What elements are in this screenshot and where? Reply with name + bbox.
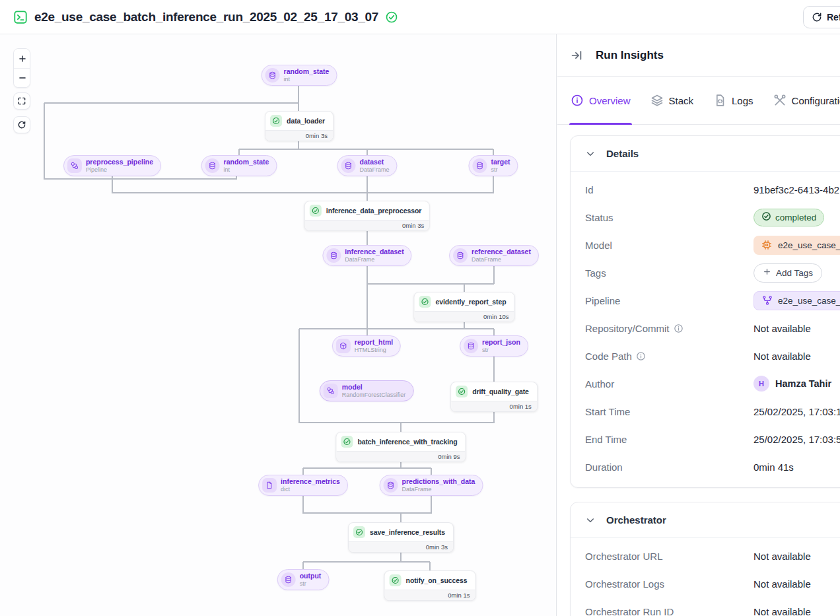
step-node-header: batch_inference_with_tracking <box>336 432 465 451</box>
pipeline-badge-label: e2e_use_case_ba <box>778 296 840 306</box>
zoom-in-button[interactable] <box>14 49 30 68</box>
artifact-node-target[interactable]: targetstr <box>468 155 518 176</box>
detail-value: Add Tags <box>753 263 822 283</box>
zoom-out-button[interactable] <box>14 68 30 87</box>
detail-value: completed <box>753 209 824 226</box>
fit-view-button[interactable] <box>13 92 30 110</box>
step-node-header: save_inference_results <box>349 523 453 541</box>
dag-edge <box>367 283 494 285</box>
section-header-orchestrator[interactable]: Orchestrator <box>571 502 840 538</box>
detail-row-id: Id91bef3c2-6413-4b2 <box>571 176 840 203</box>
step-node-batch_inference_with_tracking[interactable]: batch_inference_with_tracking0min 9s <box>335 432 466 462</box>
workflow-icon <box>324 384 338 398</box>
author-value: HHamza Tahir <box>753 376 831 392</box>
panel-tabs: OverviewStackLogsConfiguration <box>557 77 840 125</box>
section-details: DetailsId91bef3c2-6413-4b2Statuscomplete… <box>570 135 840 488</box>
artifact-node-text: report_jsonstr <box>482 338 520 353</box>
detail-row-start-time: Start Time25/02/2025, 17:03:1 <box>571 397 840 425</box>
artifact-label: report_json <box>482 338 520 347</box>
detail-label-text: Author <box>585 378 614 390</box>
step-node-inference_data_preprocessor[interactable]: inference_data_preprocessor0min 3s <box>304 201 430 231</box>
pipeline-dag-canvas[interactable]: random_stateintpreprocess_pipelinePipeli… <box>0 34 557 616</box>
artifact-type: HTMLString <box>355 347 393 354</box>
artifact-node-report_json[interactable]: report_jsonstr <box>460 335 528 357</box>
dag-edge <box>431 496 432 514</box>
dag-edge <box>112 176 113 193</box>
artifact-node-model[interactable]: modelRandomForestClassifier <box>320 380 414 401</box>
detail-label: Orchestrator Run ID <box>585 606 753 616</box>
model-badge[interactable]: e2e_use_case_w <box>753 236 840 255</box>
tab-label: Logs <box>732 95 753 106</box>
detail-label: Orchestrator Logs <box>585 578 753 590</box>
artifact-node-dataset[interactable]: datasetDataFrame <box>337 155 397 176</box>
detail-value-text: Not available <box>753 606 811 616</box>
section-orchestrator: OrchestratorOrchestrator URLNot availabl… <box>570 502 840 616</box>
artifact-label: report_html <box>355 338 393 347</box>
tab-configuration[interactable]: Configuration <box>773 77 840 125</box>
artifact-node-report_html[interactable]: report_htmlHTMLString <box>332 335 401 357</box>
avatar: H <box>753 376 769 392</box>
database-icon <box>472 158 487 173</box>
run-insights-panel: Run Insights OverviewStackLogsConfigurat… <box>557 34 840 616</box>
check-icon <box>341 436 353 448</box>
section-rows: Id91bef3c2-6413-4b2StatuscompletedModele… <box>571 172 840 487</box>
pipeline-badge[interactable]: e2e_use_case_ba <box>753 291 840 310</box>
chevron-down-icon <box>585 149 596 159</box>
detail-row-code-path: Code PathNot available <box>571 342 840 370</box>
author-name: Hamza Tahir <box>775 378 831 389</box>
detail-label-text: Start Time <box>585 406 630 417</box>
tab-label: Configuration <box>792 95 840 106</box>
collapse-panel-icon[interactable] <box>571 49 584 62</box>
detail-label: Tags <box>585 267 753 279</box>
step-node-save_inference_results[interactable]: save_inference_results0min 3s <box>348 522 454 553</box>
detail-label: Orchestrator URL <box>585 551 753 562</box>
detail-label: Author <box>585 378 753 390</box>
artifact-node-random_state[interactable]: random_stateint <box>262 65 337 86</box>
detail-value-text: Not available <box>753 351 811 362</box>
section-header-details[interactable]: Details <box>571 136 840 172</box>
artifact-node-reference_dataset[interactable]: reference_datasetDataFrame <box>449 245 539 266</box>
tab-logs[interactable]: Logs <box>713 77 753 125</box>
artifact-label: model <box>342 383 406 392</box>
artifact-type: Pipeline <box>86 166 153 174</box>
pipeline-icon <box>762 295 773 306</box>
dag-edge <box>112 192 493 193</box>
step-node-evidently_report_step[interactable]: evidently_report_step0min 10s <box>413 292 514 322</box>
detail-label-text: Duration <box>585 462 623 473</box>
step-node-data_loader[interactable]: data_loader0min 3s <box>265 111 333 141</box>
artifact-node-random_state[interactable]: random_stateint <box>201 155 277 176</box>
artifact-node-text: report_htmlHTMLString <box>355 338 393 353</box>
status-badge-label: completed <box>775 213 816 222</box>
artifact-node-predictions_with_data[interactable]: predictions_with_dataDataFrame <box>380 475 483 496</box>
step-duration: 0min 3s <box>305 220 429 230</box>
artifact-node-preprocess_pipeline[interactable]: preprocess_pipelinePipeline <box>63 155 161 176</box>
step-node-notify_on_success[interactable]: notify_on_success0min 1s <box>384 570 476 601</box>
refresh-button[interactable]: Refresh <box>803 6 840 28</box>
detail-label: Duration <box>585 462 753 473</box>
tab-overview[interactable]: Overview <box>571 77 631 125</box>
artifact-node-inference_dataset[interactable]: inference_datasetDataFrame <box>322 245 411 266</box>
artifact-node-output[interactable]: outputstr <box>277 569 330 590</box>
detail-value: e2e_use_case_ba <box>753 291 840 310</box>
database-icon <box>281 572 296 587</box>
check-icon <box>419 296 431 308</box>
tab-label: Overview <box>589 95 631 106</box>
add-tags-button[interactable]: Add Tags <box>753 263 822 283</box>
detail-value-text: Not available <box>753 551 811 562</box>
step-duration: 0min 10s <box>414 311 514 322</box>
zoom-controls <box>13 48 30 88</box>
detail-label: Code Path <box>585 351 753 362</box>
reset-layout-button[interactable] <box>13 116 30 133</box>
artifact-node-text: inference_metricsdict <box>281 477 340 493</box>
tab-stack[interactable]: Stack <box>650 77 694 125</box>
detail-value-text: Not available <box>753 578 811 590</box>
step-node-header: data_loader <box>265 112 333 130</box>
detail-value: Not available <box>753 351 811 362</box>
step-duration: 0min 9s <box>336 451 465 462</box>
artifact-node-inference_metrics[interactable]: inference_metricsdict <box>258 475 348 496</box>
check-circle-icon <box>385 11 398 24</box>
section-title: Orchestrator <box>606 514 666 526</box>
section-title: Details <box>606 148 639 159</box>
step-node-drift_quality_gate[interactable]: drift_quality_gate0min 1s <box>450 382 538 412</box>
step-label: save_inference_results <box>370 528 445 536</box>
